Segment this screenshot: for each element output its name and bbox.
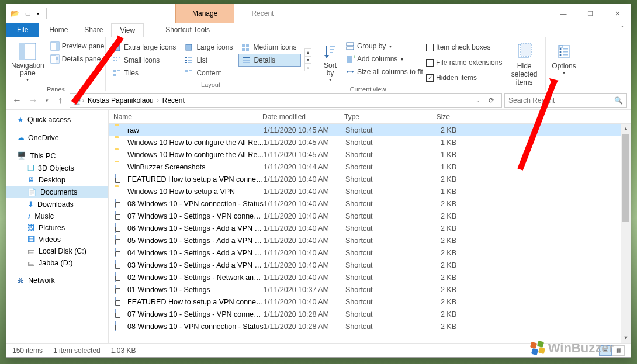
preview-pane-label: Preview pane <box>62 42 105 50</box>
layout-scroll-down[interactable]: ▾ <box>304 56 311 64</box>
file-row[interactable]: FEATURED How to setup a VPN connecti...1… <box>109 296 631 308</box>
recent-locations-dropdown[interactable]: ▾ <box>43 93 51 108</box>
tree-jabba[interactable]: 🖴Jabba (D:) <box>6 257 108 269</box>
checkbox-checked-icon: ✓ <box>426 74 434 82</box>
col-header-type[interactable]: Type <box>340 113 416 121</box>
layout-medium[interactable]: Medium icons <box>238 41 301 54</box>
file-row[interactable]: Windows 10 How to setup a VPN1/11/2020 1… <box>109 185 631 197</box>
search-placeholder: Search Recent <box>508 96 555 105</box>
col-header-size[interactable]: Size <box>416 113 455 121</box>
ribbon-collapse-button[interactable]: ˆ <box>614 23 631 37</box>
layout-details[interactable]: Details <box>238 54 301 67</box>
tab-file[interactable]: File <box>6 23 39 37</box>
layout-large[interactable]: Large icons <box>182 41 237 54</box>
file-row[interactable]: 03 Windows 10 - Settings - Add a VPN co.… <box>109 259 631 271</box>
downloads-icon: ⬇ <box>27 200 34 209</box>
file-row[interactable]: WinBuzzer Screenshots1/11/2020 10:44 AMS… <box>109 161 631 173</box>
context-tab-manage[interactable]: Manage <box>175 4 234 23</box>
preview-pane-button[interactable]: Preview pane <box>48 40 107 53</box>
col-header-date[interactable]: Date modified <box>258 113 340 121</box>
layout-extra-large[interactable]: Extra large icons <box>109 41 181 54</box>
file-row[interactable]: 06 Windows 10 - Settings - Add a VPN co.… <box>109 222 631 234</box>
group-by-button[interactable]: Group by▾ <box>343 40 425 53</box>
column-headers[interactable]: Name Date modified Type Size <box>109 110 631 124</box>
close-button[interactable]: ✕ <box>604 4 631 23</box>
breadcrumb-sep-icon[interactable]: › <box>157 98 159 103</box>
file-row[interactable]: 04 Windows 10 - Settings - Add a VPN co.… <box>109 247 631 259</box>
file-row[interactable]: 02 Windows 10 - Settings - Network and I… <box>109 271 631 283</box>
back-button[interactable]: ← <box>10 93 24 108</box>
layout-small[interactable]: Small icons <box>109 54 181 67</box>
svg-rect-42 <box>347 56 349 63</box>
scroll-up-arrow[interactable]: ▲ <box>621 124 631 134</box>
tab-home[interactable]: Home <box>41 23 76 37</box>
qat-dropdown-icon[interactable]: ▾ <box>34 8 41 19</box>
tree-desktop[interactable]: 🖥Desktop <box>6 174 108 186</box>
refresh-button[interactable]: ⟳ <box>484 96 499 105</box>
size-all-columns-button[interactable]: Size all columns to fit <box>343 65 425 78</box>
view-mode-thumbnails[interactable]: ▦ <box>612 345 625 356</box>
tab-shortcut-tools[interactable]: Shortcut Tools <box>157 23 218 37</box>
file-row[interactable]: 07 Windows 10 - Settings - VPN connecti.… <box>109 308 631 320</box>
qat-properties-icon[interactable]: ▭ <box>22 8 33 19</box>
image-shortcut-icon <box>115 273 124 282</box>
file-row[interactable]: Windows 10 How to configure the All Re..… <box>109 136 631 148</box>
layout-scroll-up[interactable]: ▴ <box>304 48 311 56</box>
breadcrumb-user[interactable]: Kostas Papanikolaou <box>85 96 156 105</box>
tree-pictures[interactable]: 🖼Pictures <box>6 222 108 234</box>
file-row[interactable]: FEATURED How to setup a VPN connecti...1… <box>109 173 631 185</box>
address-bar[interactable]: 🖥️ › Kostas Papanikolaou › Recent ⌄ ⟳ <box>70 93 502 108</box>
breadcrumb-folder[interactable]: Recent <box>160 96 187 105</box>
tree-quick-access[interactable]: ★Quick access <box>6 113 108 126</box>
videos-icon: 🎞 <box>27 235 35 244</box>
address-dropdown-icon[interactable]: ⌄ <box>473 98 483 103</box>
breadcrumb-sep-icon[interactable]: › <box>82 98 84 103</box>
item-check-boxes-toggle[interactable]: Item check boxes <box>424 41 504 54</box>
tab-share[interactable]: Share <box>76 23 111 37</box>
up-button[interactable]: ↑ <box>53 93 67 108</box>
file-name-extensions-toggle[interactable]: File name extensions <box>424 56 504 69</box>
scrollbar-thumb[interactable] <box>622 134 629 222</box>
file-row[interactable]: 08 Windows 10 - VPN connection - Status1… <box>109 320 631 332</box>
layout-tiles[interactable]: Tiles <box>109 67 181 79</box>
tree-documents[interactable]: 📄Documents <box>6 186 108 198</box>
navigation-pane-button[interactable]: Navigation pane ▾ <box>10 40 46 85</box>
tree-this-pc[interactable]: 🖥️This PC <box>6 150 108 162</box>
file-row[interactable]: Windows 10 How to configure the All Re..… <box>109 148 631 161</box>
svg-marker-46 <box>347 70 348 74</box>
layout-expand[interactable]: ▿ <box>304 64 311 71</box>
tree-music[interactable]: ♪Music <box>6 210 108 222</box>
tree-videos[interactable]: 🎞Videos <box>6 234 108 245</box>
hide-selected-button[interactable]: Hide selected items <box>507 40 542 89</box>
details-pane-button[interactable]: Details pane <box>48 53 107 65</box>
navigation-tree[interactable]: ★Quick access ☁OneDrive 🖥️This PC ❒3D Ob… <box>6 110 109 343</box>
tree-downloads[interactable]: ⬇Downloads <box>6 198 108 210</box>
file-row[interactable]: 05 Windows 10 - Settings - Add a VPN co.… <box>109 234 631 247</box>
add-columns-button[interactable]: +Add columns▾ <box>343 53 425 65</box>
tree-local-disk[interactable]: 🖴Local Disk (C:) <box>6 245 108 257</box>
tree-network[interactable]: 🖧Network <box>6 275 108 286</box>
layout-content[interactable]: Content <box>182 67 237 79</box>
vertical-scrollbar[interactable]: ▲ ▼ <box>621 124 631 343</box>
svg-marker-47 <box>352 70 354 74</box>
col-header-name[interactable]: Name <box>109 113 258 121</box>
tree-onedrive[interactable]: ☁OneDrive <box>6 131 108 144</box>
file-row[interactable]: 01 Windows 10 - Settings1/11/2020 10:37 … <box>109 283 631 296</box>
tab-view[interactable]: View <box>111 23 144 37</box>
hidden-items-toggle[interactable]: ✓Hidden items <box>424 71 504 84</box>
dropdown-arrow-icon: ▾ <box>26 77 29 82</box>
tree-3d-objects[interactable]: ❒3D Objects <box>6 162 108 174</box>
search-input[interactable]: Search Recent 🔍 <box>504 93 627 108</box>
forward-button[interactable]: → <box>26 93 40 108</box>
maximize-button[interactable]: ☐ <box>577 4 604 23</box>
file-rows[interactable]: raw1/11/2020 10:45 AMShortcut2 KBWindows… <box>109 124 631 343</box>
minimize-button[interactable]: ― <box>550 4 577 23</box>
scroll-down-arrow[interactable]: ▼ <box>621 333 631 343</box>
file-row[interactable]: 08 Windows 10 - VPN connection - Status1… <box>109 197 631 210</box>
file-row[interactable]: raw1/11/2020 10:45 AMShortcut2 KB <box>109 124 631 136</box>
file-row[interactable]: 07 Windows 10 - Settings - VPN connecti.… <box>109 210 631 222</box>
sort-by-button[interactable]: Sort by ▾ <box>320 40 341 85</box>
options-button[interactable]: Options ▾ <box>549 40 579 78</box>
svg-rect-25 <box>243 57 250 58</box>
layout-list[interactable]: List <box>182 54 237 67</box>
